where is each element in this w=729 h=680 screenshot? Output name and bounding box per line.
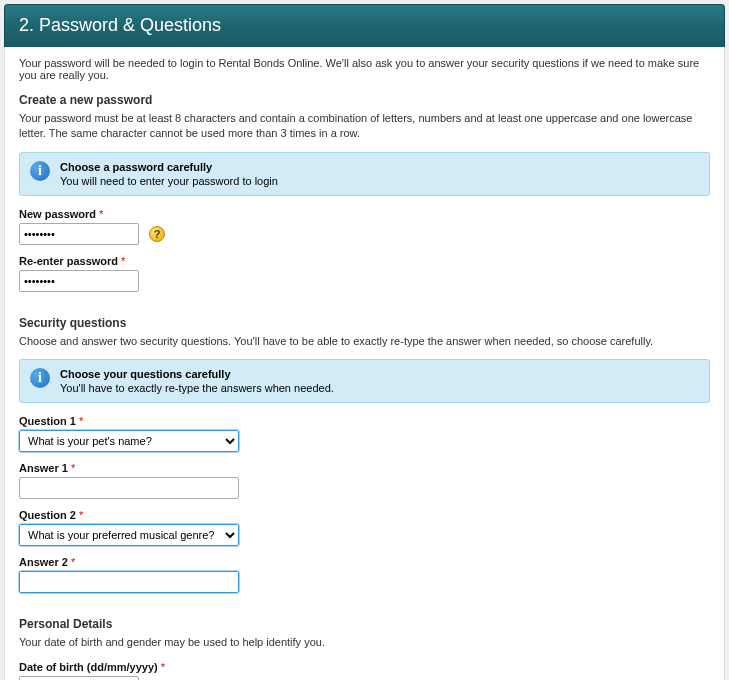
required-marker: * [71, 462, 75, 474]
answer1-input[interactable] [19, 477, 239, 499]
personal-details-heading: Personal Details [19, 617, 710, 631]
password-info-title: Choose a password carefully [60, 161, 278, 173]
reenter-password-input[interactable] [19, 270, 139, 292]
question1-select[interactable]: What is your pet's name? [19, 430, 239, 452]
dob-label: Date of birth (dd/mm/yyyy) * [19, 661, 710, 673]
required-marker: * [121, 255, 125, 267]
answer2-label-text: Answer 2 [19, 556, 68, 568]
question2-label: Question 2 * [19, 509, 710, 521]
security-info-body: You'll have to exactly re-type the answe… [60, 382, 334, 394]
question2-select[interactable]: What is your preferred musical genre? [19, 524, 239, 546]
required-marker: * [79, 415, 83, 427]
answer2-label: Answer 2 * [19, 556, 710, 568]
password-info-box: i Choose a password carefully You will n… [19, 152, 710, 196]
reenter-password-label-text: Re-enter password [19, 255, 118, 267]
required-marker: * [71, 556, 75, 568]
help-icon[interactable]: ? [149, 226, 165, 242]
security-questions-heading: Security questions [19, 316, 710, 330]
question2-label-text: Question 2 [19, 509, 76, 521]
question1-label: Question 1 * [19, 415, 710, 427]
panel-header: 2. Password & Questions [4, 4, 725, 47]
security-info-box: i Choose your questions carefully You'll… [19, 359, 710, 403]
reenter-password-label: Re-enter password * [19, 255, 710, 267]
required-marker: * [161, 661, 165, 673]
new-password-label: New password * [19, 208, 710, 220]
password-info-body: You will need to enter your password to … [60, 175, 278, 187]
info-icon: i [30, 161, 50, 181]
create-password-heading: Create a new password [19, 93, 710, 107]
answer2-input[interactable] [19, 571, 239, 593]
page-title: 2. Password & Questions [19, 15, 221, 35]
security-questions-desc: Choose and answer two security questions… [19, 334, 710, 349]
required-marker: * [99, 208, 103, 220]
question1-label-text: Question 1 [19, 415, 76, 427]
new-password-label-text: New password [19, 208, 96, 220]
intro-text: Your password will be needed to login to… [19, 57, 710, 81]
security-info-text: Choose your questions carefully You'll h… [60, 368, 334, 394]
password-info-text: Choose a password carefully You will nee… [60, 161, 278, 187]
dob-input[interactable] [19, 676, 139, 680]
answer1-label: Answer 1 * [19, 462, 710, 474]
security-info-title: Choose your questions carefully [60, 368, 334, 380]
info-icon: i [30, 368, 50, 388]
create-password-desc: Your password must be at least 8 charact… [19, 111, 710, 142]
form-content: Your password will be needed to login to… [4, 47, 725, 680]
new-password-input[interactable] [19, 223, 139, 245]
personal-details-desc: Your date of birth and gender may be use… [19, 635, 710, 650]
answer1-label-text: Answer 1 [19, 462, 68, 474]
dob-label-text: Date of birth (dd/mm/yyyy) [19, 661, 158, 673]
required-marker: * [79, 509, 83, 521]
